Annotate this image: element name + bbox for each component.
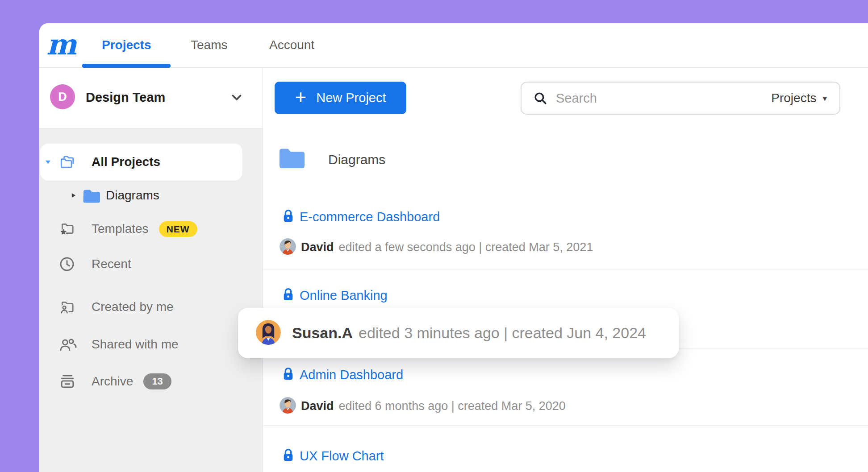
editor-name: David [301, 240, 334, 254]
editor-name: David [301, 399, 334, 413]
edit-info-hover-card: Susan.A edited 3 minutes ago | created J… [238, 308, 679, 358]
tab-projects[interactable]: Projects [102, 23, 151, 67]
project-meta: David edited 6 months ago | created Mar … [280, 397, 566, 415]
app-window: m Projects Teams Account D Design Team [39, 23, 868, 472]
caret-right-icon[interactable] [71, 192, 76, 199]
people-icon [59, 337, 77, 352]
sidebar: D Design Team All Projects [39, 68, 263, 472]
avatar-david [280, 397, 296, 415]
sidebar-item-label: Recent [92, 257, 131, 271]
search-input[interactable] [556, 91, 771, 106]
folder-header-label: Diagrams [328, 152, 385, 167]
folder-header[interactable]: Diagrams [278, 146, 385, 173]
chevron-down-icon [230, 91, 243, 105]
sidebar-item-recent[interactable]: Recent [39, 250, 263, 278]
project-row-ux-flow-chart[interactable]: UX Flow Chart [282, 448, 384, 464]
new-project-label: New Project [316, 91, 386, 105]
project-row-ecommerce-dashboard[interactable]: E-commerce Dashboard [282, 209, 440, 225]
active-tab-underline [82, 64, 171, 68]
project-link[interactable]: Online Banking [300, 288, 388, 303]
search-box: Projects ▾ [521, 82, 840, 115]
new-badge: NEW [159, 221, 197, 237]
project-link[interactable]: E-commerce Dashboard [300, 210, 440, 224]
lock-icon [282, 288, 294, 303]
projects-stack-icon [59, 154, 76, 170]
edit-detail: edited a few seconds ago | created Mar 5… [339, 240, 593, 254]
search-icon [533, 91, 548, 106]
search-scope-dropdown[interactable]: Projects ▾ [771, 91, 827, 105]
sidebar-item-label: Templates [92, 222, 149, 236]
editor-name: Susan.A [292, 324, 353, 342]
lock-icon [282, 367, 294, 383]
sidebar-item-label: Shared with me [92, 337, 179, 352]
sidebar-item-label: Created by me [92, 300, 174, 314]
dropdown-caret-icon: ▾ [822, 94, 827, 103]
tab-teams[interactable]: Teams [191, 23, 227, 67]
project-row-online-banking[interactable]: Online Banking [282, 288, 388, 303]
tab-account[interactable]: Account [269, 23, 314, 67]
avatar-david [280, 238, 296, 257]
folder-icon [82, 188, 100, 203]
top-nav: m Projects Teams Account [39, 23, 868, 68]
sidebar-item-label: Archive [92, 374, 133, 389]
sidebar-item-label: All Projects [92, 155, 160, 169]
project-meta: David edited a few seconds ago | created… [280, 238, 593, 257]
lock-icon [282, 209, 294, 225]
clock-icon [59, 256, 75, 272]
person-folder-icon [59, 299, 76, 315]
team-selector[interactable]: D Design Team [39, 68, 263, 128]
team-avatar: D [50, 84, 75, 109]
archive-count-badge: 13 [143, 373, 171, 389]
new-project-button[interactable]: + New Project [275, 82, 406, 114]
project-row-admin-dashboard[interactable]: Admin Dashboard [282, 367, 403, 383]
sidebar-item-all-projects[interactable]: All Projects [39, 148, 263, 176]
lock-icon [282, 448, 294, 464]
edit-detail: edited 6 months ago | created Mar 5, 202… [339, 399, 566, 413]
sidebar-item-archive[interactable]: Archive 13 [39, 368, 263, 395]
sidebar-item-diagrams[interactable]: Diagrams [39, 182, 263, 209]
sidebar-item-created-by-me[interactable]: Created by me [39, 293, 263, 321]
edit-detail: edited 3 minutes ago | created Jun 4, 20… [359, 324, 646, 342]
templates-star-folder-icon [59, 221, 76, 237]
archive-box-icon [59, 373, 76, 389]
miro-logo[interactable]: m [46, 23, 77, 66]
sidebar-item-label: Diagrams [106, 188, 159, 203]
sidebar-item-shared-with-me[interactable]: Shared with me [39, 331, 263, 358]
team-name: Design Team [86, 68, 165, 126]
main-content: + New Project Projects ▾ Diagrams [263, 68, 868, 472]
row-divider [263, 425, 868, 426]
row-divider [263, 269, 868, 269]
caret-down-icon[interactable] [45, 159, 51, 166]
project-link[interactable]: UX Flow Chart [300, 449, 384, 464]
avatar-susan [256, 320, 281, 347]
folder-large-icon [278, 146, 306, 173]
project-link[interactable]: Admin Dashboard [300, 368, 403, 382]
search-scope-label: Projects [771, 91, 816, 105]
sidebar-item-templates[interactable]: Templates NEW [39, 215, 263, 243]
